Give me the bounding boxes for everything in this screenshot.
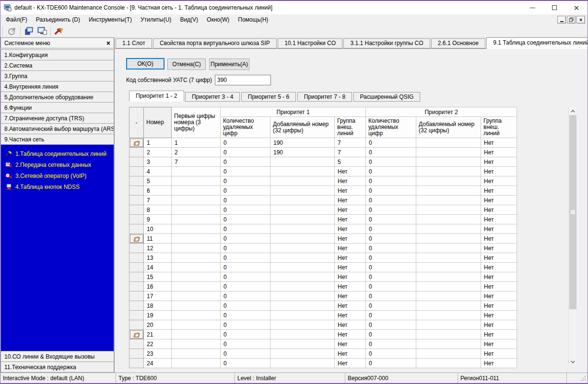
p2-deleted-cell[interactable]: 0 — [366, 291, 416, 301]
p2-deleted-cell[interactable]: 0 — [366, 282, 416, 291]
subitem-network-data-transmission[interactable]: 2.Передача сетевых данных — [3, 159, 112, 170]
sidebar-item-ars[interactable]: 8.Автоматический выбор маршрута (ARS) — [0, 123, 114, 134]
first-digits-cell[interactable]: 1 — [172, 138, 221, 148]
first-digits-cell[interactable] — [172, 320, 221, 330]
p1-added-cell[interactable] — [270, 234, 335, 244]
p1-deleted-cell[interactable]: 0 — [221, 349, 270, 359]
p1-deleted-cell[interactable]: 0 — [221, 263, 270, 272]
p2-added-cell[interactable] — [416, 359, 481, 368]
p2-added-cell[interactable] — [416, 291, 481, 301]
p1-deleted-cell[interactable]: 0 — [221, 224, 270, 234]
scroll-down-icon[interactable] — [569, 358, 577, 366]
p2-deleted-cell[interactable]: 0 — [366, 196, 416, 205]
row-handle-cell[interactable] — [129, 138, 144, 148]
subitem-ndss-table[interactable]: 4.Таблица кнопок NDSS — [3, 181, 112, 192]
row-handle-cell[interactable] — [129, 234, 144, 244]
p2-added-cell[interactable] — [416, 253, 481, 263]
sidebar-item-co-lines[interactable]: 10.СО линии & Входящие вызовы — [0, 351, 114, 362]
p2-added-cell[interactable] — [416, 215, 481, 224]
p1-added-cell[interactable] — [270, 244, 335, 253]
p2-added-cell[interactable] — [416, 157, 481, 167]
p1-trunk-group-cell[interactable]: Нет — [335, 167, 366, 176]
maximize-button[interactable] — [543, 1, 565, 14]
p1-added-cell[interactable] — [270, 224, 335, 234]
p1-deleted-cell[interactable]: 0 — [221, 291, 270, 301]
system-data-icon[interactable] — [24, 25, 36, 37]
p1-added-cell[interactable]: 190 — [270, 148, 335, 157]
p2-added-cell[interactable] — [416, 138, 481, 148]
p2-deleted-cell[interactable]: 0 — [366, 224, 416, 234]
first-digits-cell[interactable] — [172, 253, 221, 263]
system-menu-close-icon[interactable]: × — [106, 40, 110, 47]
p2-trunk-group-cell[interactable]: Нет — [481, 138, 517, 148]
p2-trunk-group-cell[interactable]: Нет — [481, 176, 517, 186]
mdi-minimize-button[interactable] — [557, 16, 566, 23]
p1-trunk-group-cell[interactable]: Нет — [335, 272, 366, 282]
p2-deleted-cell[interactable]: 0 — [366, 186, 416, 196]
p1-added-cell[interactable] — [270, 330, 335, 339]
p2-deleted-cell[interactable]: 0 — [366, 263, 416, 272]
p1-added-cell[interactable] — [270, 215, 335, 224]
first-digits-cell[interactable] — [172, 263, 221, 272]
tab-sip-gateway-port[interactable]: Свойства порта виртуального шлюза SIP — [153, 38, 277, 48]
p1-added-cell[interactable] — [270, 196, 335, 205]
p2-deleted-cell[interactable]: 0 — [366, 176, 416, 186]
p1-trunk-group-cell[interactable]: Нет — [335, 196, 366, 205]
p2-trunk-group-cell[interactable]: Нет — [481, 263, 517, 272]
cancel-button[interactable]: Отмена(C) — [167, 58, 206, 70]
connect-icon[interactable] — [6, 25, 18, 37]
p2-deleted-cell[interactable]: 0 — [366, 320, 416, 330]
tab-priority-5-6[interactable]: Приоритет 5 - 6 — [241, 92, 296, 102]
first-digits-cell[interactable] — [172, 311, 221, 320]
p1-added-cell[interactable] — [270, 176, 335, 186]
p1-added-cell[interactable] — [270, 263, 335, 272]
p1-trunk-group-cell[interactable]: Нет — [335, 311, 366, 320]
p2-trunk-group-cell[interactable]: Нет — [481, 253, 517, 263]
p2-trunk-group-cell[interactable]: Нет — [481, 215, 517, 224]
p1-deleted-cell[interactable]: 0 — [221, 359, 270, 368]
p2-added-cell[interactable] — [416, 339, 481, 349]
ok-button[interactable]: ОК(O) — [126, 58, 165, 70]
p1-deleted-cell[interactable]: 0 — [221, 215, 270, 224]
first-digits-cell[interactable] — [172, 291, 221, 301]
first-digits-cell[interactable] — [172, 301, 221, 311]
first-digits-cell[interactable] — [172, 272, 221, 282]
p2-added-cell[interactable] — [416, 234, 481, 244]
p2-added-cell[interactable] — [416, 301, 481, 311]
p2-added-cell[interactable] — [416, 167, 481, 176]
sidebar-item-trs[interactable]: 7.Ограничение доступа (TRS) — [0, 113, 114, 124]
p2-trunk-group-cell[interactable]: Нет — [481, 301, 517, 311]
sidebar-item-system[interactable]: 2.Система — [0, 60, 114, 71]
sidebar-item-extension[interactable]: 4.Внутренняя линия — [0, 81, 114, 92]
p2-added-cell[interactable] — [416, 205, 481, 215]
p2-trunk-group-cell[interactable]: Нет — [481, 282, 517, 291]
p2-deleted-cell[interactable]: 0 — [366, 301, 416, 311]
tab-priority-3-4[interactable]: Приоритет 3 - 4 — [185, 92, 240, 102]
first-digits-cell[interactable]: 2 — [172, 148, 221, 157]
resize-grip[interactable] — [566, 373, 588, 383]
p2-deleted-cell[interactable]: 0 — [366, 330, 416, 339]
row-handle-button[interactable] — [130, 139, 143, 147]
p2-trunk-group-cell[interactable]: Нет — [481, 311, 517, 320]
p1-deleted-cell[interactable]: 0 — [221, 320, 270, 330]
p1-deleted-cell[interactable]: 0 — [221, 186, 270, 196]
p2-trunk-group-cell[interactable]: Нет — [481, 167, 517, 176]
p2-added-cell[interactable] — [416, 176, 481, 186]
menu-file[interactable]: Файл(F) — [1, 14, 32, 25]
close-button[interactable]: ✕ — [565, 1, 588, 14]
p1-trunk-group-cell[interactable]: Нет — [335, 186, 366, 196]
p1-added-cell[interactable] — [270, 349, 335, 359]
p2-added-cell[interactable] — [416, 196, 481, 205]
p2-deleted-cell[interactable]: 0 — [366, 253, 416, 263]
sidebar-item-private-network[interactable]: 9.Частная сеть — [0, 134, 114, 145]
row-handle-cell[interactable] — [129, 330, 144, 339]
sidebar-item-configuration[interactable]: 1.Конфигурация — [0, 49, 114, 60]
menu-help[interactable]: Помощь(H) — [234, 14, 272, 25]
p2-trunk-group-cell[interactable]: Нет — [481, 320, 517, 330]
first-digits-cell[interactable] — [172, 339, 221, 349]
p2-deleted-cell[interactable]: 0 — [366, 359, 416, 368]
p1-deleted-cell[interactable]: 0 — [221, 196, 270, 205]
tab-co-settings[interactable]: 10.1 Настройки CO — [278, 38, 342, 48]
p1-trunk-group-cell[interactable]: Нет — [335, 301, 366, 311]
p2-trunk-group-cell[interactable]: Нет — [481, 157, 517, 167]
